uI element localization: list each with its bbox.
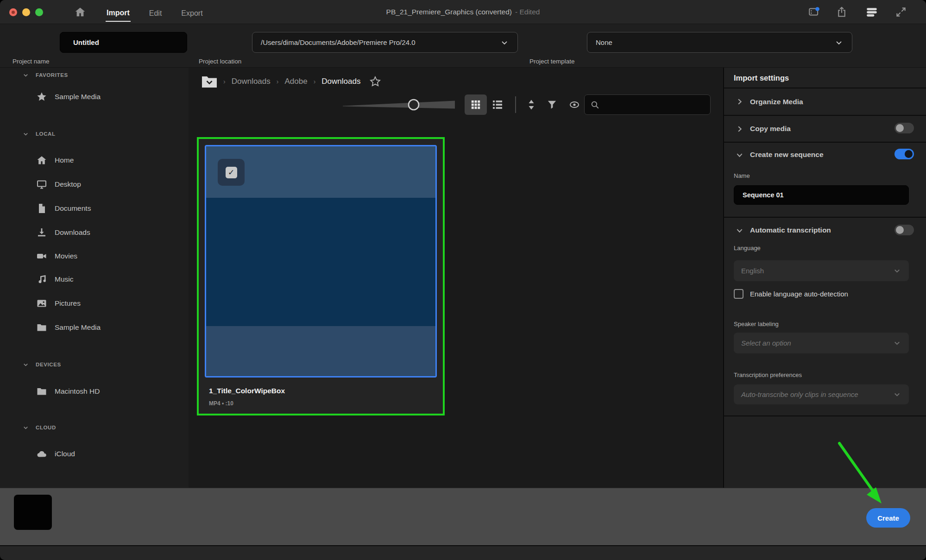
folder-icon <box>36 322 47 333</box>
sidebar-item-music[interactable]: Music <box>36 267 73 291</box>
search-input[interactable] <box>604 101 705 109</box>
sidebar-item-documents[interactable]: Documents <box>36 196 91 220</box>
chevron-down-icon <box>735 151 744 159</box>
clip-metadata: MP4 • :10 <box>209 400 437 407</box>
sidebar-item-sample-media-folder[interactable]: Sample Media <box>36 315 101 340</box>
project-location-dropdown[interactable]: /Users/dima/Documents/Adobe/Premiere Pro… <box>252 32 518 53</box>
minimize-window-button[interactable] <box>22 8 30 16</box>
chevron-down-icon <box>893 266 901 275</box>
thumbnail-zoom-slider[interactable] <box>343 99 455 111</box>
grid-view-button[interactable] <box>465 94 487 115</box>
toggle-knob <box>896 226 904 234</box>
stacked-panels-icon[interactable] <box>866 6 878 18</box>
breadcrumb-separator: › <box>223 78 226 85</box>
chevron-down-icon <box>22 361 29 368</box>
download-icon <box>36 227 47 238</box>
tab-edit[interactable]: Edit <box>148 3 163 21</box>
sort-button[interactable] <box>526 99 537 111</box>
sidebar-item-home[interactable]: Home <box>36 148 74 172</box>
close-window-button[interactable] <box>9 8 17 16</box>
sidebar-section-local[interactable]: LOCAL <box>22 127 56 140</box>
media-browser: › Downloads › Adobe › Downloads <box>189 68 723 488</box>
search-box[interactable] <box>584 94 711 115</box>
desktop-icon <box>36 179 47 190</box>
organize-media-section[interactable]: Organize Media <box>724 88 926 115</box>
tab-import[interactable]: Import <box>106 2 131 22</box>
chevron-down-icon <box>22 424 29 431</box>
preview-toggle-button[interactable] <box>568 99 580 110</box>
filter-icon <box>547 99 557 110</box>
media-thumbnail[interactable]: ✓ <box>205 145 437 378</box>
eye-icon <box>568 99 580 110</box>
transcription-preferences-label: Transcription preferences <box>734 371 802 378</box>
tile-checkbox-container: ✓ <box>218 159 245 186</box>
fullscreen-icon[interactable] <box>895 6 907 18</box>
chevron-down-icon <box>500 38 509 47</box>
browser-toolbar <box>189 94 723 115</box>
project-location-value: /Users/dima/Documents/Adobe/Premiere Pro… <box>261 38 415 46</box>
chevron-down-icon <box>735 226 744 235</box>
tab-export[interactable]: Export <box>180 3 203 21</box>
favorite-star-icon[interactable] <box>369 76 381 88</box>
create-sequence-toggle-on[interactable] <box>895 149 914 159</box>
toggle-knob <box>896 124 904 132</box>
breadcrumb-adobe[interactable]: Adobe <box>284 77 307 86</box>
mode-tabs: Import Edit Export <box>106 0 204 24</box>
import-settings-panel: Import settings Organize Media Copy medi… <box>724 68 926 488</box>
home-icon[interactable] <box>74 6 86 18</box>
breadcrumb-downloads[interactable]: Downloads <box>232 77 271 86</box>
create-button[interactable]: Create <box>866 508 910 528</box>
section-divider <box>724 415 926 416</box>
movie-camera-icon <box>36 251 47 262</box>
sidebar-section-favorites[interactable]: FAVORITES <box>22 69 68 82</box>
clip-name: 1_Title_ColorWipeBox <box>209 387 437 395</box>
speaker-labeling-value: Select an option <box>741 339 791 347</box>
transcription-preferences-dropdown-disabled[interactable]: Auto-transcribe only clips in sequence <box>734 384 909 404</box>
thumbnail-band-middle <box>206 198 435 326</box>
sequence-name-input[interactable] <box>734 185 909 205</box>
project-name-label: Project name <box>13 58 50 65</box>
share-icon[interactable] <box>836 6 848 18</box>
language-auto-detect-row[interactable]: Enable language auto-detection <box>734 289 848 299</box>
sidebar-item-desktop[interactable]: Desktop <box>36 172 81 196</box>
selected-clip-thumbnail[interactable] <box>14 495 52 530</box>
chevron-down-icon <box>834 38 844 47</box>
search-icon <box>590 100 600 110</box>
grid-view-icon <box>470 100 482 110</box>
sidebar-item-pictures[interactable]: Pictures <box>36 291 81 315</box>
sidebar-item-sample-media-favorite[interactable]: Sample Media <box>36 85 101 109</box>
copy-media-toggle-off[interactable] <box>895 123 914 133</box>
chevron-down-icon <box>893 390 901 399</box>
chevron-down-icon <box>22 131 29 138</box>
auto-detect-checkbox-unchecked[interactable] <box>734 289 743 299</box>
tile-checkbox-checked[interactable]: ✓ <box>226 167 237 178</box>
zoom-window-button[interactable] <box>35 8 43 16</box>
premiere-import-window: PB_21_Premiere_Graphics (converted) - Ed… <box>0 0 926 560</box>
sidebar-item-downloads[interactable]: Downloads <box>36 220 90 245</box>
home-icon <box>36 155 47 166</box>
language-dropdown-disabled[interactable]: English <box>734 260 909 281</box>
project-name-input[interactable] <box>60 32 187 53</box>
speaker-labeling-dropdown-disabled[interactable]: Select an option <box>734 333 909 353</box>
project-template-label: Project template <box>529 58 575 65</box>
selection-tray: Create <box>0 488 926 545</box>
project-settings-bar: Project name Project location /Users/dim… <box>0 24 926 68</box>
sidebar-item-icloud[interactable]: iCloud <box>36 442 75 466</box>
sort-icon <box>526 99 537 111</box>
media-tile-selected[interactable]: ✓ 1_Title_ColorWipeBox MP4 • :10 <box>197 137 445 415</box>
breadcrumb-current-folder[interactable]: Downloads <box>321 77 360 86</box>
panel-notification-icon[interactable] <box>808 6 820 18</box>
folder-chevron-icon[interactable] <box>202 75 217 88</box>
filter-button[interactable] <box>547 99 557 110</box>
sidebar-item-movies[interactable]: Movies <box>36 244 77 268</box>
sidebar-item-macintosh-hd[interactable]: Macintosh HD <box>36 379 100 403</box>
project-template-dropdown[interactable]: None <box>587 32 852 53</box>
star-icon <box>36 91 47 102</box>
places-sidebar: FAVORITES Sample Media LOCAL Home Deskto… <box>0 68 189 488</box>
chevron-right-icon <box>735 97 744 106</box>
list-view-button[interactable] <box>491 99 504 110</box>
toggle-knob <box>905 150 913 158</box>
transcription-toggle-off[interactable] <box>895 225 914 235</box>
sidebar-section-devices[interactable]: DEVICES <box>22 358 61 371</box>
sidebar-section-cloud[interactable]: CLOUD <box>22 421 56 434</box>
